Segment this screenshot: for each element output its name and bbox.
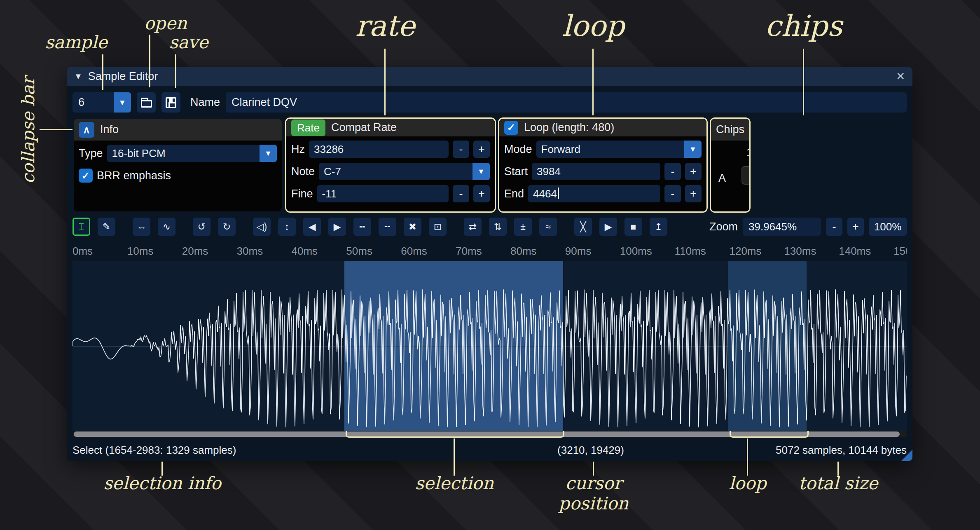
ruler-tick: 100ms: [620, 245, 652, 258]
preview-button[interactable]: ▶: [599, 218, 617, 236]
stop-button[interactable]: ■: [624, 218, 642, 236]
apply-silence-button[interactable]: ╌: [379, 218, 396, 236]
annotation-cursor-position: cursor position: [532, 473, 655, 514]
crossfade-button[interactable]: ╳: [574, 218, 592, 236]
undo-button[interactable]: ↺: [193, 218, 211, 236]
draw-tool-button[interactable]: ✎: [98, 218, 115, 236]
zoom-input[interactable]: 39.9645%: [743, 218, 821, 236]
annotation-line-selection: [454, 439, 455, 476]
sign-invert-button[interactable]: ±: [514, 218, 532, 236]
loop-end-minus-button[interactable]: -: [664, 185, 681, 202]
dropdown-arrow-icon[interactable]: ▼: [472, 163, 490, 180]
loop-bracket: [730, 431, 809, 438]
panel-collapse-button[interactable]: ∧: [79, 122, 94, 138]
chip-column-1: 1: [746, 146, 751, 159]
rate-panel-header: Compat Rate: [331, 121, 397, 134]
info-panel: ∧ Info Type 16-bit PCM ▼: [74, 119, 282, 211]
annotation-line-loop-bottom: [747, 439, 748, 476]
loop-end-value: 4464: [533, 188, 557, 200]
panels-row: ∧ Info Type 16-bit PCM ▼: [73, 117, 907, 213]
time-ruler[interactable]: 0ms10ms20ms30ms40ms50ms60ms70ms80ms90ms1…: [73, 244, 907, 258]
fine-minus-button[interactable]: -: [453, 185, 469, 202]
reverse-button[interactable]: ⇄: [464, 218, 482, 236]
fine-input[interactable]: -11: [317, 185, 449, 202]
invert-button[interactable]: ⇅: [489, 218, 507, 236]
zoom-in-button[interactable]: +: [847, 218, 864, 236]
zoom-out-button[interactable]: -: [826, 218, 842, 236]
resample-button[interactable]: ∿: [158, 218, 175, 236]
type-label: Type: [79, 147, 103, 160]
import-button[interactable]: ↥: [650, 218, 667, 236]
trim-button[interactable]: ⊡: [429, 218, 447, 236]
open-button[interactable]: [137, 92, 156, 113]
name-label: Name: [190, 96, 220, 109]
loop-checkbox[interactable]: ✓: [504, 121, 518, 135]
sample-editor-window: ▼ Sample Editor ✕ 6 ▼ Name Clarinet DQV: [67, 67, 912, 461]
fade-in-button[interactable]: ◀: [303, 218, 321, 236]
type-select[interactable]: 16-bit PCM ▼: [107, 145, 277, 162]
loop-start-plus-button[interactable]: +: [685, 163, 702, 180]
fade-out-button[interactable]: ▶: [328, 218, 346, 236]
hz-plus-button[interactable]: +: [473, 141, 490, 158]
type-value: 16-bit PCM: [112, 147, 166, 159]
chips-panel: Chips 1 2 A ✓: [711, 119, 749, 211]
window-collapse-icon[interactable]: ▼: [74, 72, 82, 81]
annotation-collapse-bar: collapse bar: [18, 75, 36, 186]
loop-end-label: End: [504, 188, 524, 200]
save-button[interactable]: [161, 92, 180, 113]
sample-number-select[interactable]: 6 ▼: [73, 92, 131, 113]
hz-input[interactable]: 33286: [309, 141, 449, 158]
resize-button[interactable]: ⇔: [133, 218, 150, 236]
annotation-line-sample: [102, 54, 103, 90]
waveform-display[interactable]: [73, 261, 907, 431]
hz-minus-button[interactable]: -: [453, 141, 469, 158]
chip-1-checkbox[interactable]: [741, 166, 751, 185]
annotation-line-collapse-bar: [40, 129, 73, 130]
dropdown-arrow-icon[interactable]: ▼: [114, 92, 131, 113]
loop-panel-header: Loop (length: 480): [524, 121, 614, 134]
zoom-label: Zoom: [709, 220, 738, 233]
chips-grid: 1 2 A ✓: [716, 145, 744, 207]
loop-mode-select[interactable]: Forward ▼: [536, 141, 702, 158]
loop-start-minus-button[interactable]: -: [664, 163, 681, 180]
chips-panel-header: Chips: [716, 123, 744, 136]
select-tool-button[interactable]: ⌶: [73, 218, 90, 236]
name-input[interactable]: Clarinet DQV: [226, 92, 907, 113]
rate-panel: Rate Compat Rate Hz 33286 - + Note: [286, 119, 495, 211]
annotation-open: open: [132, 13, 199, 33]
ruler-tick: 10ms: [127, 245, 154, 258]
zoom-reset-button[interactable]: 100%: [869, 218, 907, 236]
close-icon[interactable]: ✕: [896, 70, 905, 83]
dropdown-arrow-icon[interactable]: ▼: [684, 141, 702, 158]
amplify-button[interactable]: ◁): [253, 218, 271, 236]
selection-bracket: [346, 431, 564, 438]
note-select[interactable]: C-7 ▼: [319, 163, 490, 180]
delete-button[interactable]: ✖: [404, 218, 421, 236]
fine-plus-button[interactable]: +: [473, 185, 490, 202]
insert-silence-button[interactable]: ╍: [353, 218, 371, 236]
titlebar[interactable]: ▼ Sample Editor ✕: [67, 67, 912, 86]
rate-badge-button[interactable]: Rate: [291, 120, 325, 136]
annotation-line-selection-info: [161, 462, 163, 476]
normalize-button[interactable]: ↕: [278, 218, 296, 236]
ruler-tick: 30ms: [237, 245, 263, 258]
annotation-selection-info: selection info: [101, 473, 224, 493]
desktop-background: sample open save rate loop chips collaps…: [0, 0, 980, 530]
window-resize-grip[interactable]: [901, 450, 912, 461]
loop-start-input[interactable]: 3984: [532, 163, 660, 180]
brr-emphasis-checkbox[interactable]: ✓: [79, 169, 93, 183]
ruler-tick: 70ms: [456, 245, 482, 258]
ruler-tick: 110ms: [675, 245, 706, 258]
redo-button[interactable]: ↻: [218, 218, 236, 236]
dropdown-arrow-icon[interactable]: ▼: [260, 145, 277, 162]
text-caret: [558, 188, 559, 199]
checkmark-icon: ✓: [507, 122, 516, 134]
loop-end-plus-button[interactable]: +: [685, 185, 702, 202]
annotation-chips: chips: [746, 9, 861, 43]
chip-row-label: A: [718, 172, 726, 185]
loop-end-input[interactable]: 4464: [528, 185, 660, 202]
loop-panel: ✓ Loop (length: 480) Mode Forward ▼: [499, 119, 706, 211]
annotation-sample: sample: [41, 32, 111, 52]
filter-button[interactable]: ≈: [539, 218, 557, 236]
window-title: Sample Editor: [88, 70, 158, 83]
